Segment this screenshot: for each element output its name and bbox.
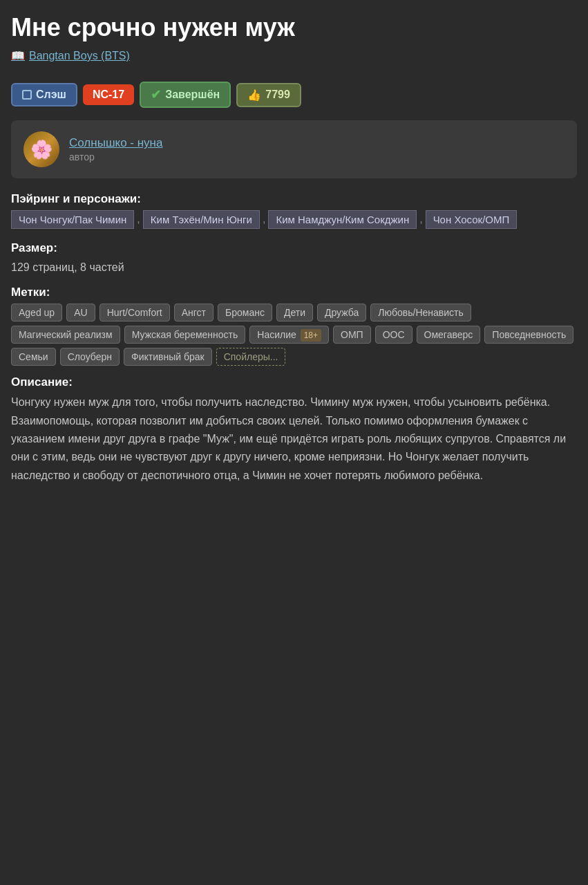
pairing-tag-0[interactable]: Чон Чонгук/Пак Чимин bbox=[11, 210, 134, 229]
pairing-tag-1[interactable]: Ким Тэхён/Мин Юнги bbox=[143, 210, 260, 229]
size-section: Размер: 129 страниц, 8 частей bbox=[11, 241, 577, 276]
author-role: автор bbox=[69, 151, 162, 162]
badge-nc17[interactable]: NC-17 bbox=[83, 84, 134, 105]
tag-male-preg[interactable]: Мужская беременность bbox=[124, 326, 246, 344]
pairing-tag-2[interactable]: Ким Намджун/Ким Сокджин bbox=[268, 210, 417, 229]
tags-label: Метки: bbox=[11, 286, 577, 299]
badge-likes-label: 7799 bbox=[265, 88, 290, 101]
tag-bromance[interactable]: Броманс bbox=[218, 304, 272, 322]
tag-love-hate[interactable]: Любовь/Ненависть bbox=[370, 304, 471, 322]
description-label: Описание: bbox=[11, 375, 577, 389]
tag-family[interactable]: Семьи bbox=[11, 348, 56, 366]
pairing-label: Пэйринг и персонажи: bbox=[11, 192, 577, 206]
tag-hurt-comfort[interactable]: Hurt/Comfort bbox=[99, 304, 170, 322]
fandom-link[interactable]: 📖 Bangtan Boys (BTS) bbox=[11, 49, 130, 62]
description-section: Описание: Чонгуку нужен муж для того, чт… bbox=[11, 375, 577, 485]
pairing-section: Пэйринг и персонажи: Чон Чонгук/Пак Чими… bbox=[11, 192, 577, 232]
tag-magic-realism[interactable]: Магический реализм bbox=[11, 326, 120, 344]
tags-section: Метки: Aged up AU Hurt/Comfort Ангст Бро… bbox=[11, 286, 577, 366]
avatar: 🌸 bbox=[23, 131, 59, 167]
description-text: Чонгуку нужен муж для того, чтобы получи… bbox=[11, 393, 577, 485]
tag-fictive-marriage[interactable]: Фиктивный брак bbox=[124, 348, 212, 366]
fandom-label: Bangtan Boys (BTS) bbox=[29, 50, 130, 62]
size-value: 129 страниц, 8 частей bbox=[11, 259, 577, 276]
tags-container: Aged up AU Hurt/Comfort Ангст Броманс Де… bbox=[11, 304, 577, 366]
tag-everyday[interactable]: Повседневность bbox=[484, 326, 573, 344]
pairing-tags: Чон Чонгук/Пак Чимин , Ким Тэхён/Мин Юнг… bbox=[11, 210, 577, 232]
tag-oos[interactable]: ООС bbox=[375, 326, 412, 344]
badge-nc17-label: NC-17 bbox=[93, 88, 124, 101]
badge-slash-label: Слэш bbox=[36, 88, 66, 101]
badges-row: Слэш NC-17 ✔ Завершён 👍 7799 bbox=[11, 82, 577, 108]
pairing-tag-3[interactable]: Чон Хосок/ОМП bbox=[426, 210, 518, 229]
tag-angst[interactable]: Ангст bbox=[174, 304, 214, 322]
author-info: Солнышко - нуна автор bbox=[69, 136, 162, 162]
size-label: Размер: bbox=[11, 241, 577, 255]
thumbsup-icon: 👍 bbox=[247, 88, 261, 102]
tag-au[interactable]: AU bbox=[66, 304, 95, 322]
comma-0: , bbox=[137, 210, 140, 229]
tag-omegaverse[interactable]: Омегаверс bbox=[417, 326, 481, 344]
tag-slowburn[interactable]: Слоуберн bbox=[60, 348, 120, 366]
tag-violence[interactable]: Насилие 18+ bbox=[249, 326, 329, 344]
tag-18plus-badge: 18+ bbox=[301, 329, 321, 342]
book-icon: 📖 bbox=[11, 49, 25, 62]
badge-completed-label: Завершён bbox=[165, 88, 220, 101]
badge-likes[interactable]: 👍 7799 bbox=[236, 83, 301, 107]
checkmark-icon: ✔ bbox=[151, 87, 161, 102]
comma-2: , bbox=[419, 210, 422, 229]
badge-slash[interactable]: Слэш bbox=[11, 83, 77, 106]
tag-omp[interactable]: ОМП bbox=[333, 326, 371, 344]
tag-spoilers[interactable]: Спойлеры... bbox=[216, 348, 286, 366]
author-card: 🌸 Солнышко - нуна автор bbox=[11, 120, 577, 178]
page-title: Мне срочно нужен муж bbox=[11, 12, 577, 42]
slash-icon bbox=[22, 90, 32, 100]
author-link[interactable]: Солнышко - нуна bbox=[69, 136, 162, 149]
badge-completed[interactable]: ✔ Завершён bbox=[140, 82, 231, 108]
comma-1: , bbox=[263, 210, 265, 229]
tag-aged-up[interactable]: Aged up bbox=[11, 304, 62, 322]
tag-deti[interactable]: Дети bbox=[276, 304, 313, 322]
tag-druzhba[interactable]: Дружба bbox=[317, 304, 366, 322]
